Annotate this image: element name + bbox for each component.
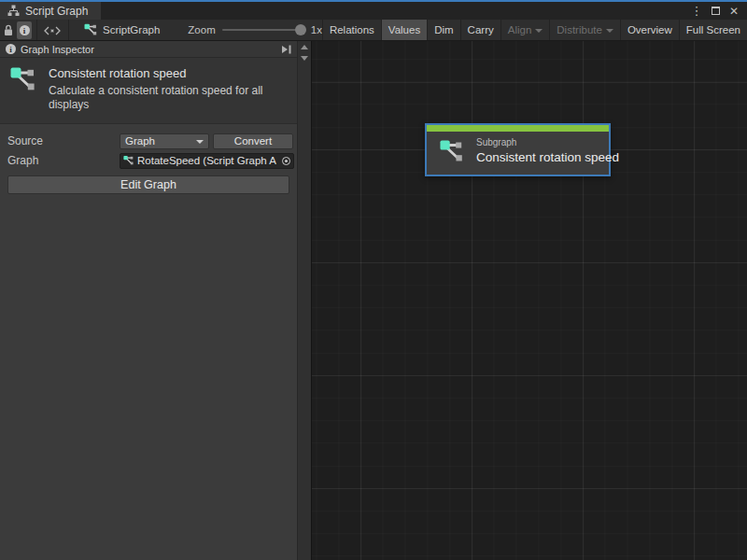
maximize-icon[interactable] bbox=[708, 4, 723, 19]
zoom-slider-handle[interactable] bbox=[295, 24, 306, 35]
source-row: Source Graph Convert bbox=[7, 133, 293, 149]
node-body: Subgraph Consistent rotation speed bbox=[427, 132, 609, 172]
script-graph-tab-icon bbox=[7, 5, 20, 17]
node-title: Consistent rotation speed bbox=[476, 150, 619, 164]
graph-inspector-title: Graph Inspector bbox=[21, 44, 94, 55]
graph-field-label: Graph bbox=[7, 154, 120, 167]
align-dropdown-button[interactable]: Align bbox=[500, 20, 550, 40]
relations-button[interactable]: Relations bbox=[322, 20, 381, 40]
chevron-down-icon bbox=[606, 29, 613, 33]
object-picker-icon bbox=[282, 157, 290, 165]
dock-panel-button[interactable] bbox=[281, 45, 292, 54]
triangle-down-icon bbox=[301, 56, 308, 61]
code-icon bbox=[43, 25, 62, 36]
graph-summary: Consistent rotation speed Calculate a co… bbox=[0, 58, 297, 124]
tab-script-graph[interactable]: Script Graph bbox=[0, 2, 101, 20]
graph-description: Calculate a consistent rotation speed fo… bbox=[49, 84, 289, 113]
dock-right-icon bbox=[281, 45, 292, 54]
scroll-down-button[interactable] bbox=[299, 52, 311, 63]
chevron-down-icon bbox=[535, 29, 543, 33]
zoom-slider[interactable] bbox=[222, 29, 304, 31]
graph-node-icon bbox=[84, 23, 98, 36]
graph-reference-label: ScriptGraph bbox=[103, 24, 160, 35]
graph-row: Graph bbox=[7, 153, 293, 169]
graph-inspector-panel: i Graph Inspector bbox=[0, 41, 312, 560]
zoom-control: Zoom 1x bbox=[167, 20, 322, 40]
inspector-content: Consistent rotation speed Calculate a co… bbox=[0, 58, 311, 560]
graph-asset-icon bbox=[123, 155, 134, 166]
inspector-scrollbar[interactable] bbox=[297, 41, 311, 560]
toolbar-separator bbox=[68, 20, 69, 40]
edit-graph-button[interactable]: Edit Graph bbox=[7, 175, 289, 194]
code-view-button[interactable] bbox=[41, 21, 63, 39]
info-icon: i bbox=[6, 44, 16, 54]
zoom-value: 1x bbox=[311, 24, 322, 35]
inspector-form: Source Graph Convert Graph bbox=[0, 124, 297, 194]
toolbar-separator bbox=[36, 20, 37, 40]
script-graph-window: Script Graph ⋮ ✕ i bbox=[0, 0, 747, 560]
lock-button[interactable] bbox=[1, 21, 15, 39]
graph-summary-text: Consistent rotation speed Calculate a co… bbox=[49, 66, 289, 113]
source-label: Source bbox=[7, 134, 120, 147]
dim-button[interactable]: Dim bbox=[427, 20, 459, 40]
subgraph-node[interactable]: Subgraph Consistent rotation speed bbox=[425, 123, 611, 176]
overview-button[interactable]: Overview bbox=[620, 20, 679, 40]
titlebar: Script Graph ⋮ ✕ bbox=[0, 0, 747, 20]
distribute-dropdown-button[interactable]: Distribute bbox=[549, 20, 620, 40]
full-screen-button[interactable]: Full Screen bbox=[679, 20, 747, 40]
graph-toolbar: i ScriptGraph Zoom bbox=[0, 20, 747, 41]
tab-label: Script Graph bbox=[25, 5, 88, 18]
node-header-bar bbox=[427, 125, 609, 132]
graph-title: Consistent rotation speed bbox=[49, 66, 289, 80]
source-dropdown[interactable]: Graph bbox=[120, 133, 209, 149]
subgraph-icon bbox=[9, 66, 37, 113]
convert-button[interactable]: Convert bbox=[213, 133, 293, 149]
graph-object-field[interactable]: RotateSpeed (Script Graph A bbox=[120, 153, 294, 169]
carry-button[interactable]: Carry bbox=[460, 20, 500, 40]
graph-reference[interactable]: ScriptGraph bbox=[73, 20, 167, 40]
values-button[interactable]: Values bbox=[381, 20, 427, 40]
window-menu-icon[interactable]: ⋮ bbox=[689, 4, 704, 19]
distribute-label: Distribute bbox=[557, 24, 602, 35]
object-picker-button[interactable] bbox=[279, 154, 293, 168]
close-icon[interactable]: ✕ bbox=[726, 4, 741, 19]
triangle-up-icon bbox=[301, 45, 308, 49]
window-focus-accent bbox=[0, 0, 747, 2]
graph-inspector-header: i Graph Inspector bbox=[0, 41, 311, 58]
zoom-label: Zoom bbox=[188, 24, 215, 35]
toolbar-toggle-group: Relations Values Dim Carry Align Distrib… bbox=[322, 20, 747, 40]
node-type-label: Subgraph bbox=[476, 137, 619, 147]
graph-canvas[interactable]: Subgraph Consistent rotation speed bbox=[312, 41, 747, 560]
graph-object-value: RotateSpeed (Script Graph A bbox=[137, 155, 276, 166]
scroll-up-button[interactable] bbox=[299, 41, 311, 52]
chevron-down-icon bbox=[196, 140, 204, 144]
node-labels: Subgraph Consistent rotation speed bbox=[476, 137, 619, 164]
window-controls: ⋮ ✕ bbox=[689, 0, 747, 20]
inspector-toggle-button[interactable]: i bbox=[17, 21, 31, 39]
subgraph-icon bbox=[439, 139, 465, 163]
lock-icon bbox=[3, 24, 14, 36]
align-label: Align bbox=[508, 24, 532, 35]
source-dropdown-value: Graph bbox=[125, 135, 155, 147]
info-icon: i bbox=[20, 25, 30, 35]
